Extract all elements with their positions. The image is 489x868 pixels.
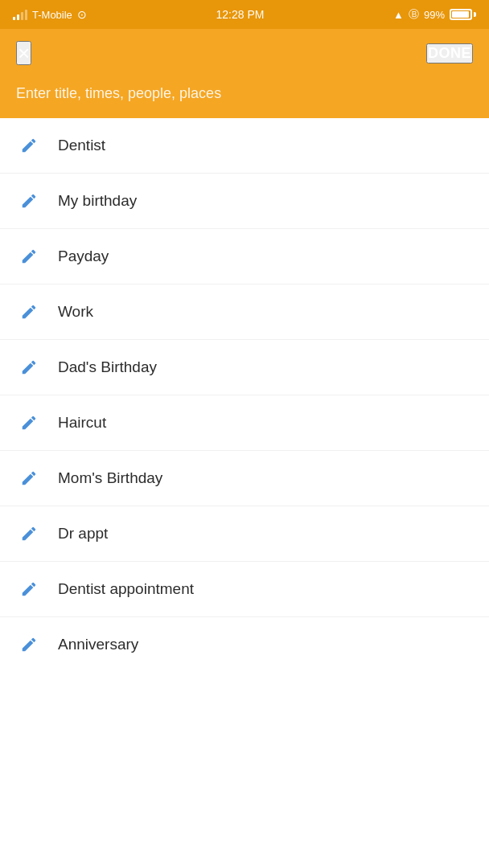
carrier-label: T-Mobile xyxy=(32,9,72,21)
list-item[interactable]: Dentist xyxy=(0,118,489,174)
item-label: Anniversary xyxy=(58,636,138,653)
list-item[interactable]: Anniversary xyxy=(0,617,489,672)
done-button[interactable]: DONE xyxy=(426,43,473,63)
list-item[interactable]: Dr appt xyxy=(0,506,489,562)
list-item[interactable]: Mom's Birthday xyxy=(0,451,489,506)
signal-icon xyxy=(13,9,27,20)
edit-icon xyxy=(16,410,42,436)
edit-icon xyxy=(16,244,42,269)
edit-icon xyxy=(16,299,42,325)
edit-icon xyxy=(16,465,42,491)
item-label: Work xyxy=(58,303,93,321)
edit-icon xyxy=(16,133,42,158)
battery-icon xyxy=(450,9,476,20)
close-button[interactable]: × xyxy=(16,41,31,65)
item-label: Mom's Birthday xyxy=(58,469,162,487)
list-item[interactable]: Dentist appointment xyxy=(0,562,489,617)
edit-icon xyxy=(16,188,42,214)
battery-percent: 99% xyxy=(424,9,445,21)
edit-icon xyxy=(16,632,42,657)
edit-icon xyxy=(16,354,42,380)
toolbar: × DONE xyxy=(0,29,489,77)
item-label: My birthday xyxy=(58,192,137,210)
item-label: Dad's Birthday xyxy=(58,358,157,376)
list-item[interactable]: My birthday xyxy=(0,174,489,229)
location-icon: ▲ xyxy=(393,9,404,21)
item-label: Dentist appointment xyxy=(58,580,194,598)
bluetooth-icon: Ⓑ xyxy=(409,7,419,22)
status-left: T-Mobile ⊙ xyxy=(13,8,87,21)
item-label: Dentist xyxy=(58,137,105,154)
search-bar[interactable]: Enter title, times, people, places xyxy=(0,77,489,118)
search-placeholder: Enter title, times, people, places xyxy=(16,85,221,101)
list-item[interactable]: Haircut xyxy=(0,395,489,451)
suggestions-list: Dentist My birthday Payday Work Dad's Bi… xyxy=(0,118,489,672)
status-bar: T-Mobile ⊙ 12:28 PM ▲ Ⓑ 99% xyxy=(0,0,489,29)
list-item[interactable]: Payday xyxy=(0,229,489,285)
list-item[interactable]: Work xyxy=(0,285,489,340)
edit-icon xyxy=(16,521,42,547)
wifi-icon: ⊙ xyxy=(77,8,87,21)
item-label: Haircut xyxy=(58,414,106,432)
edit-icon xyxy=(16,576,42,602)
item-label: Payday xyxy=(58,248,109,265)
status-right: ▲ Ⓑ 99% xyxy=(393,7,476,22)
clock: 12:28 PM xyxy=(216,8,265,21)
item-label: Dr appt xyxy=(58,525,108,542)
list-item[interactable]: Dad's Birthday xyxy=(0,340,489,395)
